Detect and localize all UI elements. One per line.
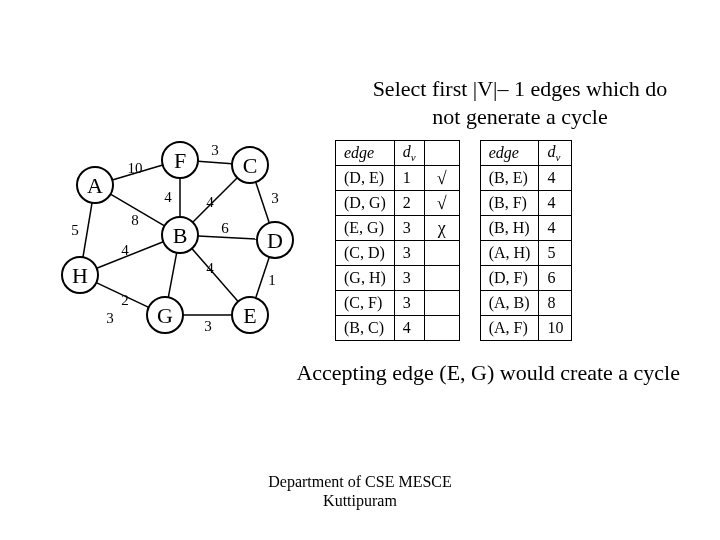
footer: Department of CSE MESCE Kuttipuram (0, 472, 720, 510)
cell-dv: 4 (539, 191, 572, 216)
table-row: (B, F)4 (480, 191, 572, 216)
edge-G-B (168, 253, 176, 298)
node-F: F (162, 142, 198, 178)
weight-B-D: 6 (221, 220, 229, 236)
t1-h-dv: dv (394, 141, 424, 166)
table-row: (B, E)4 (480, 166, 572, 191)
weight-A-B: 8 (131, 212, 139, 228)
edge-table-1: edge dv (D, E)1√(D, G)2√(E, G)3χ(C, D)3(… (335, 140, 460, 341)
edge-B-D (198, 236, 257, 239)
cell-mark: √ (424, 166, 459, 191)
weight-H-G: 3 (106, 310, 114, 326)
cell-edge: (A, F) (480, 316, 539, 341)
node-G: G (147, 297, 183, 333)
cell-edge: (E, G) (336, 216, 395, 241)
svg-text:H: H (72, 263, 88, 288)
node-D: D (257, 222, 293, 258)
cell-dv: 4 (394, 316, 424, 341)
edge-C-D (256, 182, 270, 223)
svg-text:E: E (243, 303, 256, 328)
edge-H-B (97, 242, 164, 269)
node-E: E (232, 297, 268, 333)
node-B: B (162, 217, 198, 253)
cell-dv: 3 (394, 216, 424, 241)
weight-B-E: 4 (206, 260, 214, 276)
graph-diagram: 103844365441233AFCBDHGE (50, 140, 310, 370)
edge-D-E (256, 257, 270, 298)
edge-A-H (83, 203, 92, 257)
cell-edge: (D, F) (480, 266, 539, 291)
svg-text:B: B (173, 223, 188, 248)
cell-dv: 1 (394, 166, 424, 191)
cell-edge: (D, E) (336, 166, 395, 191)
cell-edge: (B, E) (480, 166, 539, 191)
svg-text:G: G (157, 303, 173, 328)
cell-edge: (B, C) (336, 316, 395, 341)
edge-table-2: edge dv (B, E)4(B, F)4(B, H)4(A, H)5(D, … (480, 140, 573, 341)
svg-text:A: A (87, 173, 103, 198)
table-row: (A, F)10 (480, 316, 572, 341)
cell-dv: 10 (539, 316, 572, 341)
weight-F-C: 3 (211, 142, 219, 158)
cell-edge: (B, H) (480, 216, 539, 241)
footer-line-2: Kuttipuram (0, 491, 720, 510)
weight-F-B: 4 (164, 189, 172, 205)
cell-dv: 6 (539, 266, 572, 291)
cell-edge: (G, H) (336, 266, 395, 291)
edge-B-E (192, 249, 238, 302)
slide-title: Select first |V|– 1 edges which do not g… (360, 75, 680, 130)
cell-mark (424, 291, 459, 316)
cell-edge: (D, G) (336, 191, 395, 216)
cell-dv: 4 (539, 166, 572, 191)
cell-dv: 3 (394, 291, 424, 316)
t1-h-edge: edge (336, 141, 395, 166)
t2-h-edge: edge (480, 141, 539, 166)
table-row: (D, E)1√ (336, 166, 460, 191)
weight-H-G: 2 (121, 292, 129, 308)
cell-dv: 3 (394, 241, 424, 266)
cell-dv: 4 (539, 216, 572, 241)
cell-edge: (B, F) (480, 191, 539, 216)
weight-H-B: 4 (121, 242, 129, 258)
weight-C-D: 3 (271, 190, 279, 206)
cell-mark: √ (424, 191, 459, 216)
cell-mark (424, 266, 459, 291)
cell-edge: (C, D) (336, 241, 395, 266)
edge-B-C (193, 178, 238, 223)
weight-D-E: 1 (268, 272, 276, 288)
edge-tables: edge dv (D, E)1√(D, G)2√(E, G)3χ(C, D)3(… (335, 140, 572, 341)
cell-dv: 3 (394, 266, 424, 291)
table-row: (A, B)8 (480, 291, 572, 316)
svg-text:D: D (267, 228, 283, 253)
cell-mark: χ (424, 216, 459, 241)
t1-h-mark (424, 141, 459, 166)
weight-A-H: 5 (71, 222, 79, 238)
cell-edge: (A, B) (480, 291, 539, 316)
node-H: H (62, 257, 98, 293)
cell-dv: 8 (539, 291, 572, 316)
edge-F-C (198, 161, 232, 163)
table-row: (C, F)3 (336, 291, 460, 316)
cell-dv: 5 (539, 241, 572, 266)
table-row: (D, F)6 (480, 266, 572, 291)
t2-h-dv: dv (539, 141, 572, 166)
node-A: A (77, 167, 113, 203)
table-row: (D, G)2√ (336, 191, 460, 216)
table-row: (B, H)4 (480, 216, 572, 241)
table-row: (A, H)5 (480, 241, 572, 266)
table-row: (B, C)4 (336, 316, 460, 341)
weight-G-E: 3 (204, 318, 212, 334)
table-row: (E, G)3χ (336, 216, 460, 241)
node-C: C (232, 147, 268, 183)
cell-edge: (A, H) (480, 241, 539, 266)
cell-dv: 2 (394, 191, 424, 216)
svg-text:F: F (174, 148, 186, 173)
cycle-caption: Accepting edge (E, G) would create a cyc… (0, 360, 720, 386)
footer-line-1: Department of CSE MESCE (0, 472, 720, 491)
cell-mark (424, 316, 459, 341)
table-row: (G, H)3 (336, 266, 460, 291)
weight-A-F: 10 (128, 160, 143, 176)
table-row: (C, D)3 (336, 241, 460, 266)
cell-mark (424, 241, 459, 266)
svg-text:C: C (243, 153, 258, 178)
